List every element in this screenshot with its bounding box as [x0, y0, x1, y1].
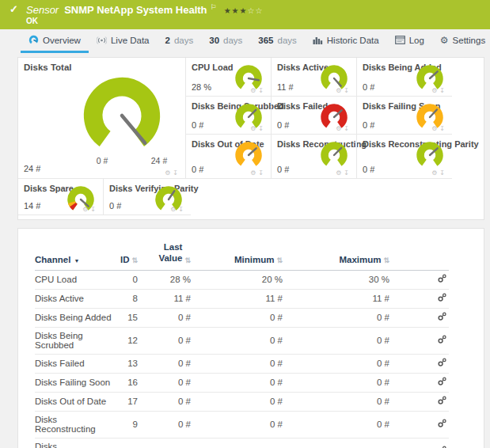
cell-last-value: 11 #	[138, 289, 191, 308]
gear-icon[interactable]: ⚙	[250, 169, 256, 177]
channel-settings-button[interactable]	[437, 358, 446, 367]
channel-settings-button[interactable]	[437, 396, 446, 405]
gauge-panel-disks-active[interactable]: Disks Active 11 # ⚙↧	[271, 58, 356, 97]
pin-icon[interactable]: ↧	[258, 169, 264, 177]
gear-icon[interactable]: ⚙	[336, 169, 341, 177]
gear-icon[interactable]: ⚙	[170, 206, 176, 213]
pin-icon[interactable]: ↧	[258, 125, 264, 132]
gauge-panel-disks-failed[interactable]: Disks Failed 0 # ⚙↧	[271, 97, 356, 135]
gauge-panel-disks-out-of-date[interactable]: Disks Out of Date 0 # ⚙↧	[185, 135, 271, 179]
star-empty-icon[interactable]: ☆	[256, 6, 264, 15]
column-header-maximum[interactable]: Maximum⇅	[283, 241, 389, 270]
cell-channel: Disks Reconstructing	[35, 411, 114, 438]
channel-settings-button[interactable]	[437, 293, 446, 302]
gear-icon[interactable]: ⚙	[431, 87, 437, 94]
pin-icon[interactable]: ↧	[344, 87, 349, 94]
gauge-panel-disks-reconstructing-parity[interactable]: Disks Reconstructing Parity 0 # ⚙↧	[356, 135, 452, 179]
channel-table-body: CPU Load 0 28 % 20 % 30 % Disks Active 8…	[35, 270, 449, 448]
cell-id: 16	[114, 373, 138, 392]
pin-icon[interactable]: ↧	[178, 206, 184, 213]
cell-channel: Disks Reconstructing P...	[35, 438, 114, 448]
channel-settings-button[interactable]	[437, 335, 446, 344]
sort-desc-icon: ▼	[74, 258, 79, 264]
cell-last-value: 0 #	[138, 392, 191, 411]
gear-icon[interactable]: ⚙	[336, 125, 341, 132]
priority-stars[interactable]: ★★★☆☆	[224, 6, 264, 15]
gear-icon[interactable]: ⚙	[165, 169, 170, 177]
star-empty-icon[interactable]: ☆	[248, 6, 256, 15]
tab-overview[interactable]: Overview	[21, 29, 89, 53]
cell-minimum: 0 #	[191, 392, 283, 411]
cell-id: 8	[114, 289, 138, 308]
cell-channel: Disks Failing Soon	[35, 373, 114, 392]
pin-icon[interactable]: ↧	[258, 87, 264, 94]
pin-icon[interactable]: ↧	[344, 169, 349, 177]
tab-30[interactable]: 30days	[201, 29, 250, 53]
column-header-minimum[interactable]: Minimum⇅	[191, 241, 283, 270]
gauge-dial	[320, 141, 348, 169]
sensor-kind-label: Sensor	[26, 4, 59, 16]
star-filled-icon[interactable]: ★	[232, 6, 240, 15]
tab-2[interactable]: 2days	[158, 29, 202, 53]
tab-historic-data[interactable]: Historic Data	[305, 29, 387, 53]
channel-table: Channel▼ID⇅Last Value⇅Minimum⇅Maximum⇅ C…	[35, 241, 449, 448]
tab-suffix: days	[174, 36, 193, 45]
channel-settings-button[interactable]	[437, 312, 446, 321]
cell-channel: Disks Being Scrubbed	[35, 327, 114, 354]
gear-icon[interactable]: ⚙	[250, 87, 256, 94]
pin-icon[interactable]: ↧	[439, 169, 445, 177]
tab-settings[interactable]: ⚙Settings	[432, 29, 490, 53]
gear-icon[interactable]: ⚙	[250, 125, 256, 132]
star-filled-icon[interactable]: ★	[240, 6, 248, 15]
gauge-title: Disks Total	[24, 63, 72, 72]
gear-icon[interactable]: ⚙	[336, 87, 341, 94]
column-header-last-value[interactable]: Last Value⇅	[138, 241, 191, 270]
cell-id: 9	[114, 411, 138, 438]
gauge-value: 24 #	[24, 164, 40, 173]
tab-log[interactable]: Log	[387, 29, 432, 53]
channel-gear-icon	[437, 312, 446, 321]
pin-icon[interactable]: ↧	[344, 125, 349, 132]
cell-last-value: 0 #	[138, 308, 191, 327]
pin-icon[interactable]: ↧	[173, 169, 178, 177]
star-filled-icon[interactable]: ★	[224, 6, 232, 15]
cell-id: 12	[114, 327, 138, 354]
cell-maximum: 0 #	[283, 438, 389, 448]
channel-settings-button[interactable]	[437, 419, 446, 428]
gauge-panel-disks-total[interactable]: Disks Total 0 # 24 # 24 # ⚙↧	[18, 58, 185, 179]
gear-icon[interactable]: ⚙	[82, 206, 88, 213]
cell-minimum: 0 #	[191, 354, 283, 373]
pin-icon[interactable]: ↧	[439, 87, 445, 94]
gauge-panel-disks-spare[interactable]: Disks Spare 14 # ⚙↧	[18, 179, 103, 215]
cell-minimum: 0 #	[191, 411, 283, 438]
column-header-channel[interactable]: Channel▼	[35, 241, 114, 270]
gauge-panel-disks-failing-soon[interactable]: Disks Failing Soon 0 # ⚙↧	[356, 97, 452, 135]
gauge-panel-disks-verifying-parity[interactable]: Disks Verifying Parity 0 # ⚙↧	[103, 179, 191, 215]
gear-icon[interactable]: ⚙	[431, 125, 437, 132]
cell-minimum: 0 #	[191, 327, 283, 354]
pin-icon[interactable]: ↧	[90, 206, 96, 213]
tab-live-data[interactable]: Live Data	[89, 29, 158, 53]
gauge-value: 0 #	[363, 82, 374, 92]
cell-id: 0	[114, 270, 138, 289]
priority-flag-icon[interactable]: ⚐	[211, 3, 217, 11]
page-title: SNMP NetApp System Health	[64, 4, 207, 16]
sort-toggle-icon: ⇅	[131, 256, 138, 264]
gauge-value: 0 #	[109, 201, 121, 211]
tab-label: Log	[409, 36, 424, 45]
gauge-panel-disks-being-scrubbed[interactable]: Disks Being Scrubbed 0 # ⚙↧	[185, 97, 271, 135]
gear-icon[interactable]: ⚙	[431, 169, 437, 177]
tab-365[interactable]: 365days	[250, 29, 304, 53]
cell-last-value: 0 #	[138, 327, 191, 354]
gauge-panel-disks-reconstructing[interactable]: Disks Reconstructing 0 # ⚙↧	[271, 135, 356, 179]
pin-icon[interactable]: ↧	[439, 125, 445, 132]
channel-settings-button[interactable]	[437, 274, 446, 283]
gauge-panel-cpu-load[interactable]: CPU Load 28 % ⚙↧	[185, 58, 271, 97]
column-header-id[interactable]: ID⇅	[114, 241, 138, 270]
gauge-panel-disks-being-added[interactable]: Disks Being Added 0 # ⚙↧	[356, 58, 452, 97]
gauge-scale-max: 24 #	[143, 156, 175, 165]
channel-gear-icon	[437, 335, 446, 344]
sort-toggle-icon: ⇅	[276, 256, 283, 264]
cell-id: 13	[114, 354, 138, 373]
channel-settings-button[interactable]	[437, 377, 446, 386]
